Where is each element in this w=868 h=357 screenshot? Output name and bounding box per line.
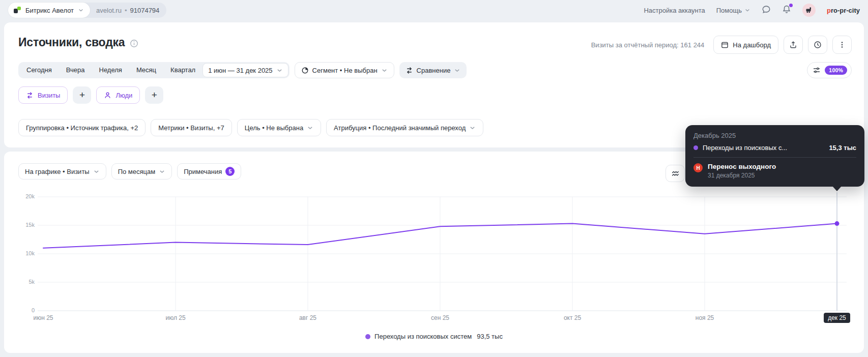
share-icon — [789, 41, 797, 49]
separator-dot: • — [125, 7, 127, 14]
visits-period-text: Визиты за отчётный период: 161 244 — [591, 41, 705, 49]
metric-visits-button[interactable]: Визиты — [18, 86, 68, 104]
metric-people-button[interactable]: Люди — [96, 86, 140, 104]
chart-legend: Переходы из поисковых систем 93,5 тыс — [4, 333, 864, 340]
info-icon[interactable] — [130, 39, 138, 48]
note-badge-icon: Н — [693, 163, 703, 172]
chart-type-button[interactable] — [666, 165, 685, 182]
period-tabs-group: СегодняВчераНеделяМесяцКвартал 1 июн — 3… — [18, 62, 290, 78]
chevron-down-icon — [469, 125, 476, 131]
sampling-control[interactable]: 100% — [807, 62, 852, 78]
counter-select[interactable]: Битрикс Авелот — [8, 3, 90, 18]
chart-tooltip: Декабрь 2025 Переходы из поисковых с... … — [685, 125, 864, 187]
avatar[interactable] — [802, 4, 816, 17]
date-range-select[interactable]: 1 июн — 31 дек 2025 — [202, 63, 288, 77]
sliders-icon — [813, 66, 821, 74]
chevron-down-icon — [454, 67, 460, 74]
period-tab-3[interactable]: Месяц — [129, 63, 163, 77]
user-login-suffix: ro-pr-city — [831, 7, 860, 14]
feedback-button[interactable] — [762, 5, 771, 16]
filter-pill-2[interactable]: Цель • Не выбрана — [237, 119, 321, 136]
chevron-down-icon — [78, 7, 84, 13]
counter-logo-icon — [13, 6, 21, 14]
y-tick-3: 5k — [11, 279, 35, 285]
tooltip-note: Н Перенос выходного 31 декабря 2025 — [693, 163, 856, 179]
y-tick-1: 15k — [11, 222, 35, 228]
period-tab-1[interactable]: Вчера — [59, 63, 92, 77]
comparison-select[interactable]: Сравнение — [399, 62, 467, 78]
y-tick-0: 20k — [11, 193, 35, 199]
counter-id: 91074794 — [130, 7, 159, 14]
header-actions: Визиты за отчётный период: 161 244 На да… — [591, 36, 852, 54]
legend-dot — [365, 334, 370, 339]
kebab-icon — [838, 41, 846, 49]
segment-label: Сегмент • Не выбран — [312, 67, 378, 74]
filter-pill-0[interactable]: Группировка • Источник трафика, +2 — [18, 119, 146, 136]
filter-label: Атрибуция • Последний значимый переход — [334, 124, 466, 132]
x-tick-5: ноя 25 — [680, 314, 729, 321]
chevron-down-icon — [744, 7, 750, 13]
tooltip-title: Декабрь 2025 — [693, 132, 856, 139]
tooltip-pointer — [832, 186, 842, 191]
x-tick-4: окт 25 — [548, 314, 597, 321]
counter-meta: avelot.ru • 91074794 — [90, 7, 159, 14]
notifications-button[interactable] — [782, 5, 791, 16]
period-tabs: СегодняВчераНеделяМесяцКвартал — [19, 63, 202, 77]
x-tick-6: дек 25 — [813, 314, 861, 321]
date-range-value: 1 июн — 31 дек 2025 — [208, 67, 272, 74]
topbar-right: Настройка аккаунта Помощь pro-pr-city — [644, 4, 860, 17]
metric-visits-label: Визиты — [38, 92, 60, 99]
segment-pie-icon — [301, 67, 309, 74]
title-row: Источники, сводка — [18, 36, 138, 49]
tooltip-series-label: Переходы из поисковых с... — [703, 144, 824, 152]
notification-dot — [789, 4, 793, 7]
counter-switcher: Битрикс Авелот avelot.ru • 91074794 — [8, 3, 166, 18]
chevron-down-icon — [276, 67, 283, 74]
topbar-left: Битрикс Авелот avelot.ru • 91074794 — [8, 3, 166, 18]
help-label: Помощь — [716, 7, 742, 14]
x-tick-0: июн 25 — [19, 314, 68, 321]
chevron-down-icon — [381, 67, 388, 74]
chevron-down-icon — [307, 125, 313, 131]
help-menu[interactable]: Помощь — [716, 7, 750, 14]
tooltip-series-value: 15,3 тыс — [829, 144, 856, 152]
user-login[interactable]: pro-pr-city — [827, 7, 860, 14]
add-metric-button[interactable]: + — [73, 86, 91, 104]
counter-name: Битрикс Авелот — [25, 7, 74, 14]
to-dashboard-button[interactable]: На дашборд — [713, 36, 778, 54]
clock-icon — [814, 41, 822, 49]
compare-arrows-icon — [406, 67, 413, 74]
metrics-row: Визиты + Люди + — [18, 86, 163, 104]
segment-select[interactable]: Сегмент • Не выбран — [295, 62, 394, 78]
comparison-label: Сравнение — [417, 67, 451, 74]
filter-label: Метрики • Визиты, +7 — [158, 124, 224, 132]
site-domain: avelot.ru — [96, 7, 122, 14]
note-title: Перенос выходного — [708, 163, 776, 170]
dashboard-icon — [721, 41, 729, 49]
period-tab-0[interactable]: Сегодня — [19, 63, 59, 77]
period-tab-4[interactable]: Квартал — [163, 63, 202, 77]
sampling-badge: 100% — [825, 66, 847, 75]
more-menu-button[interactable] — [832, 36, 852, 54]
x-tick-3: сен 25 — [416, 314, 465, 321]
tooltip-divider — [693, 157, 856, 158]
x-tick-1: июл 25 — [151, 314, 200, 321]
legend-label[interactable]: Переходы из поисковых систем — [374, 333, 472, 340]
filter-label: Цель • Не выбрана — [245, 124, 303, 132]
wavy-lines-icon — [671, 169, 680, 178]
x-tick-2: авг 25 — [283, 314, 332, 321]
account-settings-link[interactable]: Настройка аккаунта — [644, 7, 705, 14]
add-segment-button[interactable]: + — [145, 86, 163, 104]
export-button[interactable] — [784, 36, 803, 54]
x-tick-active-badge: дек 25 — [824, 313, 850, 323]
tooltip-series-row: Переходы из поисковых с... 15,3 тыс — [693, 144, 856, 152]
filter-pill-3[interactable]: Атрибуция • Последний значимый переход — [326, 119, 483, 136]
page-title: Источники, сводка — [18, 36, 125, 49]
to-dashboard-label: На дашборд — [733, 41, 771, 49]
period-row: СегодняВчераНеделяМесяцКвартал 1 июн — 3… — [18, 62, 852, 78]
y-tick-2: 10k — [11, 250, 35, 256]
filter-pill-1[interactable]: Метрики • Визиты, +7 — [151, 119, 232, 136]
filter-label: Группировка • Источник трафика, +2 — [26, 124, 138, 132]
period-tab-2[interactable]: Неделя — [92, 63, 129, 77]
history-button[interactable] — [808, 36, 827, 54]
